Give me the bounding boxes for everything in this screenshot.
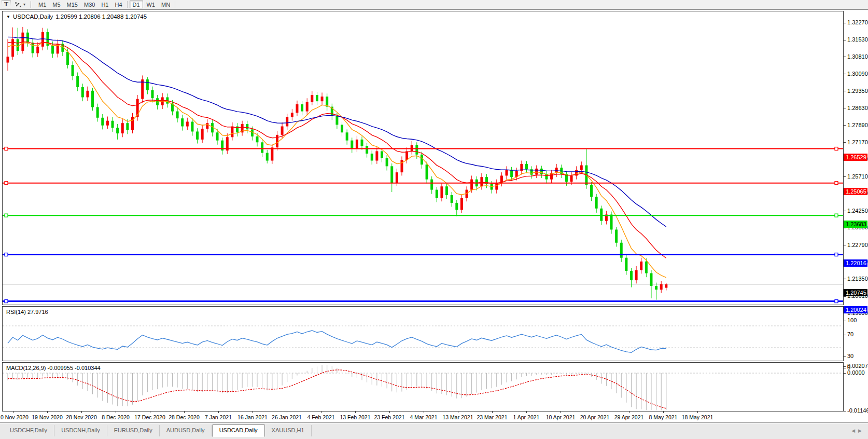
chart-tab-USDCHF[interactable]: USDCHF,Daily xyxy=(3,425,54,436)
date-tick-label: 28 Nov 2020 xyxy=(66,414,97,420)
date-tick-label: 10 Apr 2021 xyxy=(546,414,576,420)
timeframe-button-W1[interactable]: W1 xyxy=(144,1,158,8)
axis-tick xyxy=(844,23,846,23)
price-badge-1.20024: 1.20024 xyxy=(844,306,867,313)
axis-tick xyxy=(844,356,846,357)
date-tick-label: 13 Mar 2021 xyxy=(443,414,473,420)
date-tick xyxy=(150,411,150,413)
date-tick xyxy=(561,411,561,413)
timeframe-button-M5[interactable]: M5 xyxy=(50,1,63,8)
price-tick-label: 1.29350 xyxy=(847,88,868,94)
price-tick-label: 1.32270 xyxy=(847,19,868,26)
chevron-down-icon: ▾ xyxy=(23,2,25,7)
date-tick-label: 8 May 2021 xyxy=(649,414,678,420)
price-chart-canvas[interactable] xyxy=(3,11,843,305)
price-badge-1.23683: 1.23683 xyxy=(844,221,867,228)
chart-tab-USDCNH[interactable]: USDCNH,Daily xyxy=(54,425,107,436)
toolbar-separator xyxy=(127,1,128,8)
date-tick xyxy=(184,411,185,413)
macd-level-label: 0.002074 xyxy=(847,363,868,369)
date-tick-label: 19 Nov 2020 xyxy=(32,414,63,420)
axis-tick xyxy=(844,411,846,411)
price-axis[interactable]: 1.322701.315301.308101.300901.293501.286… xyxy=(844,10,868,430)
date-tick xyxy=(424,411,424,413)
axis-tick xyxy=(844,40,846,40)
date-tick-label: 10 Nov 2020 xyxy=(0,414,29,420)
timeframe-button-MN[interactable]: MN xyxy=(159,1,173,8)
macd-canvas[interactable] xyxy=(3,363,843,411)
chart-tab-bar: USDCHF,DailyUSDCNH,DailyEURUSD,DailyAUDU… xyxy=(0,423,868,439)
date-tick xyxy=(355,411,356,413)
rsi-label: RSI(14) 27.9716 xyxy=(5,309,49,315)
date-tick xyxy=(697,411,698,413)
symbol-label: USDCAD,Daily xyxy=(13,13,53,20)
date-tick xyxy=(218,411,219,413)
date-tick-label: 23 Feb 2021 xyxy=(374,414,405,420)
cursor-tool-button[interactable]: ▾ xyxy=(12,1,28,8)
date-tick-label: 23 Mar 2021 xyxy=(477,414,508,420)
rsi-level-label: 30 xyxy=(847,353,853,360)
date-tick xyxy=(458,411,458,413)
tab-scroll-arrows[interactable]: ◀▶ xyxy=(851,428,865,433)
date-tick-label: 28 Dec 2020 xyxy=(169,414,200,420)
date-tick-label: 13 Feb 2021 xyxy=(340,414,371,420)
timeframe-button-D1[interactable]: D1 xyxy=(130,1,143,8)
price-tick-label: 1.30810 xyxy=(847,53,868,60)
rsi-level-label: 70 xyxy=(847,331,853,338)
date-tick xyxy=(595,411,595,413)
chart-title: ▼ USDCAD,Daily 1.20599 1.20806 1.20488 1… xyxy=(5,13,148,20)
axis-tick xyxy=(844,368,846,368)
scroll-right-icon[interactable]: ▶ xyxy=(858,428,865,433)
axis-tick xyxy=(844,74,846,74)
price-badge-1.20745: 1.20745 xyxy=(844,289,867,296)
date-tick-label: 29 Apr 2021 xyxy=(614,414,644,420)
macd-label: MACD(12,26,9) -0.009955 -0.010344 xyxy=(5,365,102,371)
macd-level-label: -0.011462 xyxy=(847,407,868,414)
date-tick-label: 8 Dec 2020 xyxy=(102,414,130,420)
axis-tick xyxy=(844,176,846,177)
timeframe-button-H1[interactable]: H1 xyxy=(99,1,111,8)
date-tick-label: 17 Dec 2020 xyxy=(134,414,165,420)
timeframe-button-M30[interactable]: M30 xyxy=(81,1,97,8)
chart-tab-AUDUSD[interactable]: AUDUSD,Daily xyxy=(160,425,212,436)
text-tool-button[interactable]: T xyxy=(2,1,11,8)
date-tick xyxy=(389,411,390,413)
macd-panel[interactable]: MACD(12,26,9) -0.009955 -0.010344 xyxy=(2,362,844,411)
chart-tab-EURUSD[interactable]: EURUSD,Daily xyxy=(107,425,160,436)
timeframe-button-M1[interactable]: M1 xyxy=(36,1,49,8)
price-badge-1.26529: 1.26529 xyxy=(844,154,867,161)
date-tick-label: 4 Feb 2021 xyxy=(307,414,334,420)
date-tick-label: 20 Apr 2021 xyxy=(580,414,610,420)
axis-tick xyxy=(844,245,846,245)
axis-tick xyxy=(844,321,846,321)
date-tick xyxy=(116,411,116,413)
rsi-canvas[interactable] xyxy=(3,307,843,361)
date-tick xyxy=(287,411,287,413)
ohlc-values: 1.20599 1.20806 1.20488 1.20745 xyxy=(55,13,147,20)
date-tick-label: 18 May 2021 xyxy=(682,414,713,420)
price-tick-label: 1.24250 xyxy=(847,208,868,214)
date-tick xyxy=(253,411,253,413)
macd-level-label: 0.0000 xyxy=(847,369,865,376)
date-tick-label: 26 Jan 2021 xyxy=(272,414,302,420)
date-axis[interactable]: 10 Nov 202019 Nov 202028 Nov 20208 Dec 2… xyxy=(2,411,844,422)
chart-tab-USDCAD[interactable]: USDCAD,Daily xyxy=(212,424,265,437)
axis-tick xyxy=(844,125,846,126)
symbol-dropdown-icon[interactable]: ▼ xyxy=(6,15,10,19)
mt4-window: T ▾ M1M5M15M30H1H4D1W1MN ▼ USDCAD,Daily … xyxy=(0,0,868,439)
axis-tick xyxy=(844,142,846,143)
scroll-left-icon[interactable]: ◀ xyxy=(851,428,858,433)
price-tick-label: 1.31530 xyxy=(847,36,868,43)
rsi-panel[interactable]: RSI(14) 27.9716 xyxy=(2,306,844,361)
price-chart-panel[interactable]: ▼ USDCAD,Daily 1.20599 1.20806 1.20488 1… xyxy=(2,11,844,305)
date-tick-label: 1 Apr 2021 xyxy=(513,414,540,420)
axis-tick xyxy=(844,373,846,374)
crosshair-cursor-icon xyxy=(15,2,22,8)
timeframe-button-M15[interactable]: M15 xyxy=(64,1,80,8)
date-tick xyxy=(663,411,664,413)
axis-tick xyxy=(844,366,846,367)
timeframe-button-H4[interactable]: H4 xyxy=(112,1,124,8)
chart-window: ▼ USDCAD,Daily 1.20599 1.20806 1.20488 1… xyxy=(0,9,868,439)
chart-tab-XAUUSD[interactable]: XAUUSD,H1 xyxy=(265,425,312,436)
axis-tick xyxy=(844,108,846,108)
